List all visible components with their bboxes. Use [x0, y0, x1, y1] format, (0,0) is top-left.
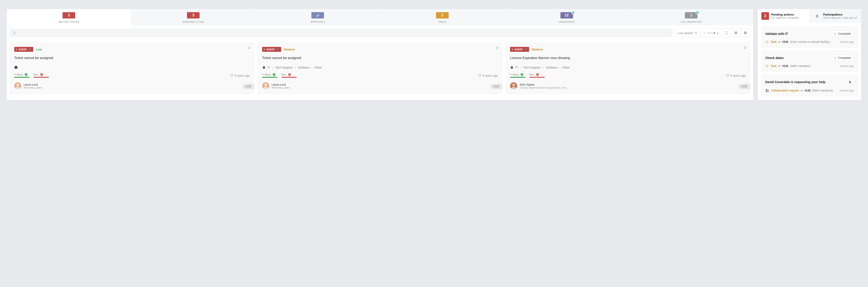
tab-collaboration[interactable]: 11COLLABORATION	[629, 9, 753, 25]
fullscreen-button[interactable]	[722, 29, 731, 37]
mute-button[interactable]	[846, 79, 854, 85]
density-slider[interactable]	[701, 29, 722, 37]
avatar	[14, 82, 21, 89]
avatar	[510, 82, 517, 89]
check-icon	[834, 56, 837, 59]
ticket-card[interactable]: ▾ AGENT Medium License Expiration Banner…	[506, 42, 750, 94]
action-title: Check dates	[765, 56, 784, 60]
tab-tasks[interactable]: 2TASKS	[380, 9, 505, 25]
action-card[interactable]: Validate with IT Complete Task in #343 (…	[762, 27, 858, 48]
x-circle-icon	[288, 73, 291, 76]
breadcrumb-item: Tech Support	[523, 66, 540, 69]
tab-pending-actions[interactable]: 3 Pending actions Do, approve, complete	[758, 9, 810, 23]
pending-title: Pending actions	[771, 13, 799, 16]
sort-asc-icon	[694, 31, 698, 34]
toolbar-actions: Last update	[675, 29, 750, 37]
complete-button[interactable]: Complete	[831, 30, 854, 37]
tab-dot-badge: 6	[571, 11, 575, 15]
caret-down-icon: ▾	[512, 48, 513, 51]
sort-button[interactable]: Last update	[675, 29, 701, 37]
action-time: 8 years ago	[840, 89, 854, 92]
settings-button[interactable]	[740, 29, 750, 37]
svg-line-1	[15, 33, 16, 34]
priority-label: Medium	[284, 48, 295, 51]
assignee-department: Change Approval Board, Engineering, Sec.…	[520, 86, 568, 89]
caret-down-icon: ▾	[16, 48, 17, 51]
svg-rect-25	[766, 41, 767, 41]
alert-icon	[14, 65, 18, 69]
svg-rect-8	[734, 34, 735, 34]
pending-subtitle: Do, approve, complete	[771, 16, 799, 19]
complete-button[interactable]: Complete	[831, 55, 854, 61]
agent-pill[interactable]: ▾ AGENT	[262, 47, 281, 52]
ticket-title: License Expiration Banner now showing	[510, 56, 746, 60]
agent-label: AGENT	[515, 48, 523, 51]
card-settings-button[interactable]	[247, 46, 251, 50]
priority-label: Low	[36, 48, 42, 51]
search-input[interactable]	[10, 29, 673, 37]
svg-marker-3	[716, 32, 719, 34]
in-label: in	[778, 64, 780, 67]
breadcrumb-item: Tech Support	[275, 66, 293, 69]
breadcrumb-item: Other	[562, 66, 570, 69]
action-title: David Coverdale is requesting your help	[765, 80, 826, 84]
tab-dot-badge: 1	[696, 11, 699, 15]
action-list: Validate with IT Complete Task in #343 (…	[758, 23, 861, 100]
tab-label: COLLABORATION	[629, 21, 753, 23]
breadcrumb-item: Other	[314, 66, 322, 69]
svg-point-16	[17, 84, 19, 86]
refresh-icon	[478, 74, 481, 77]
last-updated: 8 years ago	[726, 74, 746, 77]
tab-label: TASKS	[380, 21, 504, 23]
svg-rect-30	[767, 42, 768, 43]
clock-icon	[276, 48, 279, 51]
svg-point-38	[766, 89, 767, 91]
tab-unassigned[interactable]: 126UNASSIGNED	[505, 9, 629, 25]
svg-rect-32	[766, 66, 767, 66]
ticket-number: #150	[243, 84, 254, 89]
action-card[interactable]: David Coverdale is requesting your help …	[762, 75, 858, 96]
svg-rect-31	[766, 65, 767, 65]
main-tabs: 3WAITING FOR ME3ASSIGNED TO MEAPPROVALS2…	[7, 9, 753, 25]
ticket-card[interactable]: ▾ AGENT Medium Ticket cannot be assigned…	[258, 42, 502, 94]
tab-assigned-to-me[interactable]: 3ASSIGNED TO ME	[131, 9, 256, 25]
check-circle-icon	[521, 73, 523, 76]
tab-label: ASSIGNED TO ME	[131, 21, 255, 23]
priority-label: Medium	[532, 48, 543, 51]
card-settings-button[interactable]	[495, 46, 499, 50]
list-view-button[interactable]	[731, 29, 740, 37]
breadcrumb-item: IT	[516, 66, 518, 69]
assignee: John Sykes Change Approval Board, Engine…	[510, 82, 746, 89]
action-ref: #142	[805, 89, 811, 92]
svg-rect-9	[735, 34, 737, 34]
breadcrumb-item: Software	[298, 66, 309, 69]
sla-first-response: F. Resp.:	[14, 73, 29, 78]
agent-pill[interactable]: ▾ AGENT	[14, 47, 33, 52]
agent-pill[interactable]: ▾ AGENT	[510, 47, 529, 52]
triangle-large-icon	[716, 32, 719, 34]
ticket-card[interactable]: ▾ AGENT Low Ticket cannot be assigned F.…	[10, 42, 254, 94]
check-circle-icon	[25, 73, 27, 76]
action-time: 3 years ago	[840, 40, 854, 44]
action-detail: (Neil's vacations)	[790, 64, 811, 67]
breadcrumb	[14, 65, 250, 69]
check-icon	[834, 32, 837, 35]
complete-label: Complete	[838, 56, 851, 59]
action-card[interactable]: Check dates Complete Task in #142 (Neil'…	[762, 51, 858, 71]
side-tabs: 3 Pending actions Do, approve, complete …	[758, 9, 861, 23]
assignee-name: John Sykes	[520, 83, 568, 86]
card-settings-button[interactable]	[743, 46, 747, 50]
tab-count: 3	[187, 12, 199, 19]
tab-approvals[interactable]: APPROVALS	[256, 9, 380, 25]
tab-label: APPROVALS	[256, 21, 380, 23]
tab-participations[interactable]: Participations Other requests I take par…	[810, 9, 862, 23]
svg-point-39	[768, 90, 769, 91]
sort-label: Last update	[678, 31, 693, 35]
clock-icon	[524, 48, 527, 51]
tab-waiting-for-me[interactable]: 3WAITING FOR ME	[7, 9, 131, 25]
search-icon	[13, 31, 16, 34]
tab-label: UNASSIGNED	[505, 21, 629, 23]
breadcrumb-item: IT	[268, 66, 270, 69]
agent-label: AGENT	[267, 48, 275, 51]
sla-resolution: Res.:	[281, 73, 297, 78]
